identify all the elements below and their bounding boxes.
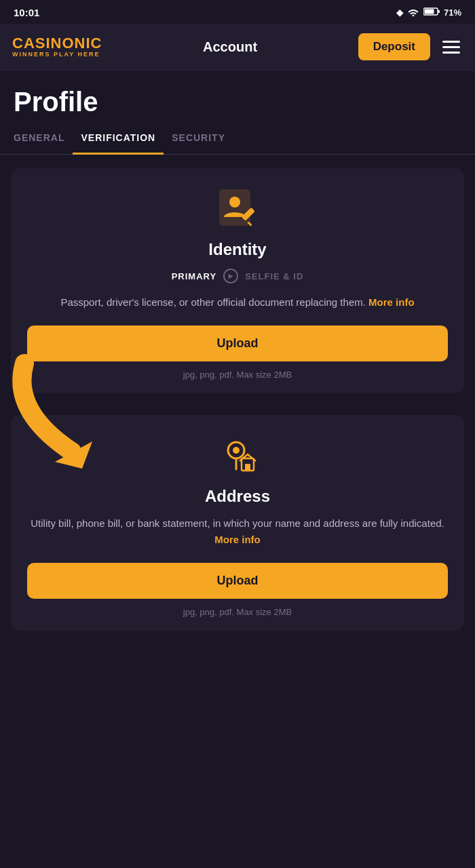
identity-upload-button[interactable]: Upload bbox=[27, 326, 448, 361]
tabs: GENERAL VERIFICATION SECURITY bbox=[0, 123, 475, 155]
identity-doc-nav: PRIMARY ► SELFIE & ID bbox=[172, 269, 304, 283]
status-time: 10:01 bbox=[14, 7, 39, 18]
identity-title: Identity bbox=[208, 240, 266, 259]
hamburger-line-3 bbox=[442, 52, 460, 54]
svg-rect-2 bbox=[424, 9, 434, 14]
svg-point-4 bbox=[229, 197, 240, 208]
address-description: Utility bill, phone bill, or bank statem… bbox=[27, 515, 448, 548]
battery-percent: 71% bbox=[444, 7, 461, 18]
svg-point-8 bbox=[233, 447, 240, 454]
selfie-label: SELFIE & ID bbox=[245, 271, 303, 281]
doc-nav-arrow: ► bbox=[223, 269, 238, 283]
page-title: Profile bbox=[14, 87, 461, 117]
primary-label: PRIMARY bbox=[172, 271, 216, 281]
hamburger-line-1 bbox=[442, 41, 460, 43]
svg-rect-1 bbox=[438, 10, 440, 13]
menu-button[interactable] bbox=[440, 38, 463, 56]
status-right: ◆ 71% bbox=[396, 7, 461, 18]
header-actions: Deposit bbox=[358, 33, 463, 60]
logo-highlight: NIC bbox=[75, 35, 102, 52]
status-bar: 10:01 ◆ 71% bbox=[0, 0, 475, 24]
hamburger-line-2 bbox=[442, 46, 460, 48]
header-account-label: Account bbox=[203, 39, 257, 55]
tab-security[interactable]: SECURITY bbox=[164, 123, 233, 155]
header: CASINONIC WINNERS PLAY HERE Account Depo… bbox=[0, 24, 475, 71]
identity-card: Identity PRIMARY ► SELFIE & ID Passport,… bbox=[11, 168, 464, 393]
identity-description: Passport, driver's license, or other off… bbox=[60, 294, 414, 311]
logo-text: CASINONIC bbox=[12, 35, 102, 52]
address-more-info[interactable]: More info bbox=[214, 534, 261, 545]
logo: CASINONIC WINNERS PLAY HERE bbox=[12, 35, 102, 58]
logo-casino-part: CASINO bbox=[12, 35, 75, 52]
cards-container: Identity PRIMARY ► SELFIE & ID Passport,… bbox=[0, 168, 475, 631]
address-card: Address Utility bill, phone bill, or ban… bbox=[11, 415, 464, 631]
address-file-hint: jpg, png, pdf. Max size 2MB bbox=[183, 607, 292, 617]
identity-more-info[interactable]: More info bbox=[368, 296, 415, 308]
wifi-icon bbox=[407, 7, 419, 18]
deposit-button[interactable]: Deposit bbox=[358, 33, 430, 60]
identity-icon bbox=[216, 187, 259, 231]
address-title: Address bbox=[205, 487, 270, 506]
svg-rect-10 bbox=[245, 464, 250, 471]
battery-icon bbox=[423, 7, 440, 18]
signal-icon: ◆ bbox=[396, 7, 403, 18]
tab-general[interactable]: GENERAL bbox=[14, 123, 73, 155]
logo-tagline: WINNERS PLAY HERE bbox=[12, 52, 102, 58]
tab-verification[interactable]: VERIFICATION bbox=[73, 123, 164, 155]
address-icon bbox=[216, 434, 259, 477]
identity-file-hint: jpg, png, pdf. Max size 2MB bbox=[183, 370, 292, 380]
page-title-area: Profile bbox=[0, 71, 475, 123]
address-upload-button[interactable]: Upload bbox=[27, 563, 448, 599]
